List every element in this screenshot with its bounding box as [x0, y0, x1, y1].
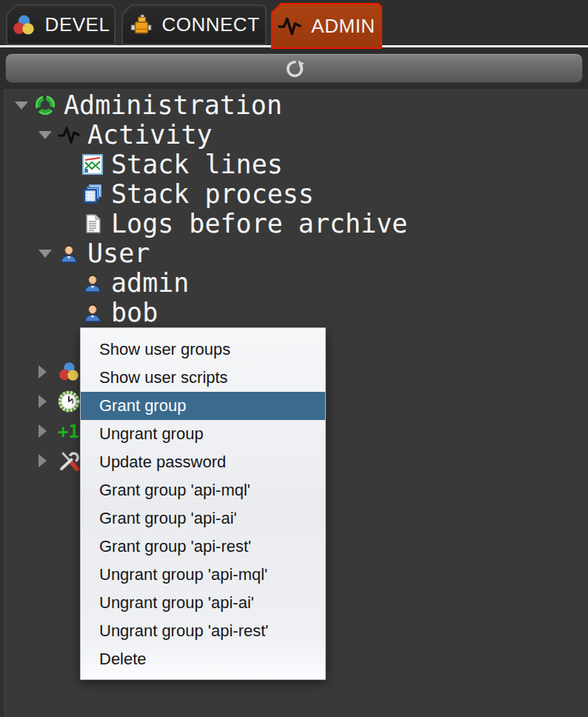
ring-icon [34, 94, 56, 116]
pulse-icon [58, 124, 80, 146]
tree-item-administration[interactable]: Administration [0, 90, 588, 120]
menu-item-grant-group[interactable]: Grant group [81, 392, 325, 420]
refresh-icon [283, 57, 305, 79]
menu-item-ungrant-group-api-ai[interactable]: Ungrant group 'api-ai' [81, 589, 325, 617]
tab-devel-label: DEVEL [45, 13, 110, 36]
color-circles-icon [58, 361, 80, 383]
tools-icon [58, 450, 80, 472]
user-icon [81, 272, 104, 294]
tree-item-label: Stack process [111, 179, 314, 209]
user-icon [58, 242, 80, 264]
tree-item-label: bob [111, 298, 158, 327]
tab-admin[interactable]: ADMIN [271, 3, 382, 49]
app-window: DEVEL CONNECT ADMIN AdministrationActivi… [0, 0, 588, 717]
tab-bar: DEVEL CONNECT ADMIN [0, 0, 588, 47]
expand-toggle-icon[interactable] [39, 395, 47, 408]
menu-item-delete[interactable]: Delete [81, 645, 325, 673]
tab-devel[interactable]: DEVEL [6, 4, 116, 45]
tree-item-bob[interactable]: bob [0, 298, 588, 327]
expand-toggle-icon[interactable] [39, 424, 47, 438]
collapse-toggle-icon[interactable] [39, 250, 52, 258]
menu-item-update-password[interactable]: Update password [81, 448, 325, 476]
color-circles-icon [12, 13, 36, 37]
refresh-button[interactable] [5, 53, 583, 83]
tree-item-label: Logs before archive [111, 209, 407, 239]
tree-item-stack-lines[interactable]: Stack lines [0, 150, 588, 179]
tree-item-label: User [87, 239, 150, 268]
document-icon [81, 213, 104, 235]
chart-icon [81, 153, 104, 176]
plus-one-icon: +1 [58, 420, 80, 442]
stack-icon [81, 183, 104, 205]
menu-item-show-user-groups[interactable]: Show user groups [81, 336, 325, 364]
context-menu: Show user groupsShow user scriptsGrant g… [80, 327, 326, 680]
tab-admin-label: ADMIN [311, 15, 375, 38]
tree-item-user[interactable]: User [0, 239, 588, 268]
user-icon [81, 301, 104, 324]
toolbar [0, 47, 588, 89]
tree-item-label: Activity [87, 120, 213, 150]
menu-item-show-user-scripts[interactable]: Show user scripts [81, 364, 325, 392]
collapse-toggle-icon[interactable] [15, 101, 28, 110]
tree-item-label: Administration [64, 90, 282, 120]
expand-toggle-icon[interactable] [39, 365, 47, 378]
menu-item-ungrant-group[interactable]: Ungrant group [81, 420, 325, 448]
svg-text:+1: +1 [58, 421, 79, 442]
menu-item-grant-group-api-rest[interactable]: Grant group 'api-rest' [81, 533, 325, 561]
menu-item-grant-group-api-ai[interactable]: Grant group 'api-ai' [81, 504, 325, 533]
tree-item-stack-process[interactable]: Stack process [0, 179, 588, 209]
menu-item-grant-group-api-mql[interactable]: Grant group 'api-mql' [81, 476, 325, 504]
tree-item-label: Stack lines [111, 150, 283, 179]
menu-item-ungrant-group-api-mql[interactable]: Ungrant group 'api-mql' [81, 561, 325, 589]
tab-connect[interactable]: CONNECT [121, 4, 267, 45]
clock-icon [58, 390, 80, 413]
pulse-icon [278, 14, 301, 38]
tree-item-admin[interactable]: admin [0, 268, 588, 298]
connector-icon [128, 13, 152, 37]
tree-item-activity[interactable]: Activity [0, 120, 588, 150]
tree-item-label: admin [111, 268, 189, 298]
collapse-toggle-icon[interactable] [39, 131, 52, 139]
tab-connect-label: CONNECT [161, 13, 259, 36]
menu-item-ungrant-group-api-rest[interactable]: Ungrant group 'api-rest' [81, 617, 325, 645]
tree-item-logs-before-archive[interactable]: Logs before archive [0, 209, 588, 239]
expand-toggle-icon[interactable] [39, 454, 47, 467]
